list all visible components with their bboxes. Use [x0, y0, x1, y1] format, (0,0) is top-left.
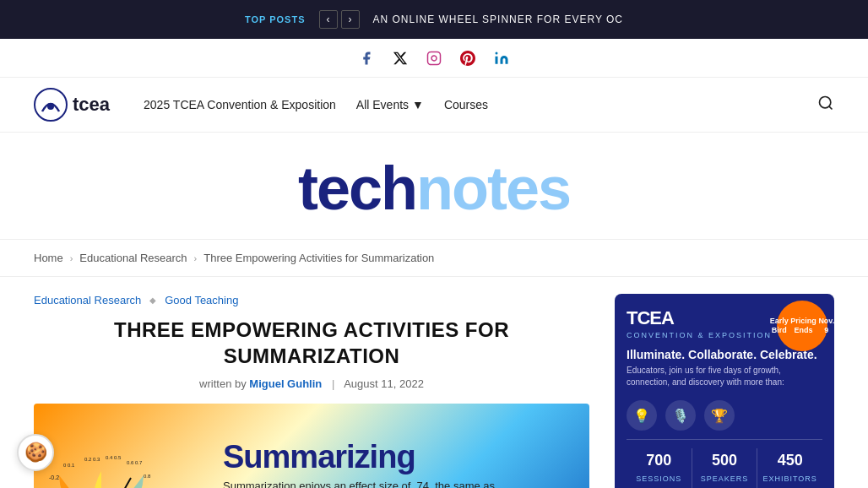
chevron-down-icon: ▼	[412, 98, 424, 111]
microphone-icon: 🎙️	[665, 400, 696, 431]
exhibitors-num: 450	[757, 452, 822, 469]
prev-post-button[interactable]: ‹	[319, 10, 338, 29]
next-post-button[interactable]: ›	[341, 10, 360, 29]
linkedin-icon[interactable]	[493, 50, 510, 67]
svg-text:0.2 0.3: 0.2 0.3	[84, 457, 100, 462]
site-logo[interactable]: tcea	[34, 88, 110, 122]
svg-rect-0	[428, 52, 441, 64]
ad-desc: Educators, join us for five days of grow…	[627, 365, 822, 388]
article-area: Educational Research ◆ Good Teaching THR…	[34, 277, 606, 488]
ad-stat-speakers: 500 SPEAKERS	[692, 448, 758, 488]
social-bar	[0, 39, 868, 78]
breadcrumb-sep-1: ›	[70, 253, 73, 263]
cookie-consent-button[interactable]: 🍪	[17, 434, 54, 471]
article-tags: Educational Research ◆ Good Teaching	[34, 294, 589, 306]
nav-convention[interactable]: 2025 TCEA Convention & Exposition	[144, 98, 336, 111]
svg-point-2	[496, 52, 498, 54]
top-bar-nav[interactable]: ‹ ›	[319, 10, 360, 29]
breadcrumb-category[interactable]: Educational Research	[79, 252, 187, 264]
svg-text:-0.2: -0.2	[49, 474, 59, 480]
top-bar-post-title: AN ONLINE WHEEL SPINNER FOR EVERY OC	[373, 14, 624, 25]
svg-text:0.8: 0.8	[144, 474, 151, 479]
ad-badge: Early Bird Pricing Ends Nov. 9	[777, 301, 827, 351]
svg-text:0.6 0.7: 0.6 0.7	[127, 460, 143, 465]
ad-icons: 💡 🎙️ 🏆	[627, 400, 822, 431]
main-content: Educational Research ◆ Good Teaching THR…	[0, 277, 868, 488]
exhibitors-label: EXHIBITORS	[763, 474, 817, 483]
nav-all-events[interactable]: All Events ▼	[356, 98, 424, 111]
article-title: THREE EMPOWERING ACTIVITIES FOR SUMMARIZ…	[34, 317, 589, 369]
ad-tagline: Illuminate. Collaborate. Celebrate.	[627, 348, 822, 361]
svg-point-4	[47, 103, 54, 110]
pinterest-icon[interactable]	[459, 50, 476, 67]
ad-stats: 700 SESSIONS 500 SPEAKERS 450 EXHIBITORS	[627, 439, 822, 488]
instagram-icon[interactable]	[426, 50, 442, 67]
notes-text: notes	[416, 155, 570, 222]
meta-sep: |	[332, 377, 334, 390]
breadcrumb-sep-2: ›	[194, 253, 198, 263]
logo-text: tcea	[73, 94, 110, 116]
tag-educational-research[interactable]: Educational Research	[34, 294, 141, 306]
facebook-icon[interactable]	[358, 50, 375, 67]
top-posts-label: TOP POSTS	[245, 14, 306, 24]
lightbulb-icon: 💡	[627, 400, 657, 431]
svg-line-18	[101, 478, 131, 488]
sessions-label: SESSIONS	[636, 474, 681, 483]
sidebar: Early Bird Pricing Ends Nov. 9 TCEA CONV…	[606, 277, 834, 488]
search-button[interactable]	[817, 95, 834, 116]
svg-line-6	[829, 106, 833, 109]
tech-text: tech	[298, 155, 416, 222]
ad-stat-exhibitors: 450 EXHIBITORS	[757, 448, 822, 488]
technotes-hero: technotes	[0, 133, 868, 240]
award-icon: 🏆	[704, 400, 735, 431]
breadcrumb: Home › Educational Research › Three Empo…	[0, 240, 868, 277]
nav-courses[interactable]: Courses	[444, 98, 488, 111]
ad-card: Early Bird Pricing Ends Nov. 9 TCEA CONV…	[615, 294, 834, 488]
breadcrumb-current: Three Empowering Activities for Summariz…	[203, 252, 434, 264]
speakers-label: SPEAKERS	[701, 474, 749, 483]
article-image: Zone of desired effects Low -0.2 0 0.1 0…	[34, 404, 589, 488]
article-date: August 11, 2022	[344, 377, 424, 390]
top-bar: TOP POSTS ‹ › AN ONLINE WHEEL SPINNER FO…	[0, 0, 868, 39]
tag-separator: ◆	[149, 296, 156, 305]
svg-point-5	[820, 96, 831, 107]
author-link[interactable]: Miguel Guhlin	[249, 377, 322, 390]
image-text: Summarization enjoys an effect size of .…	[223, 478, 527, 488]
article-meta: written by Miguel Guhlin | August 11, 20…	[34, 377, 589, 390]
ad-stat-sessions: 700 SESSIONS	[627, 448, 692, 488]
nav-links: 2025 TCEA Convention & Exposition All Ev…	[144, 98, 792, 111]
speakers-num: 500	[692, 452, 757, 469]
svg-text:0.4 0.5: 0.4 0.5	[106, 455, 122, 460]
tag-good-teaching[interactable]: Good Teaching	[165, 294, 238, 306]
breadcrumb-home[interactable]: Home	[34, 252, 63, 264]
svg-text:0 0.1: 0 0.1	[63, 463, 75, 468]
sessions-num: 700	[627, 452, 692, 469]
nav-bar: tcea 2025 TCEA Convention & Exposition A…	[0, 78, 868, 133]
technotes-logo: technotes	[298, 158, 570, 219]
twitter-x-icon[interactable]	[392, 50, 409, 67]
